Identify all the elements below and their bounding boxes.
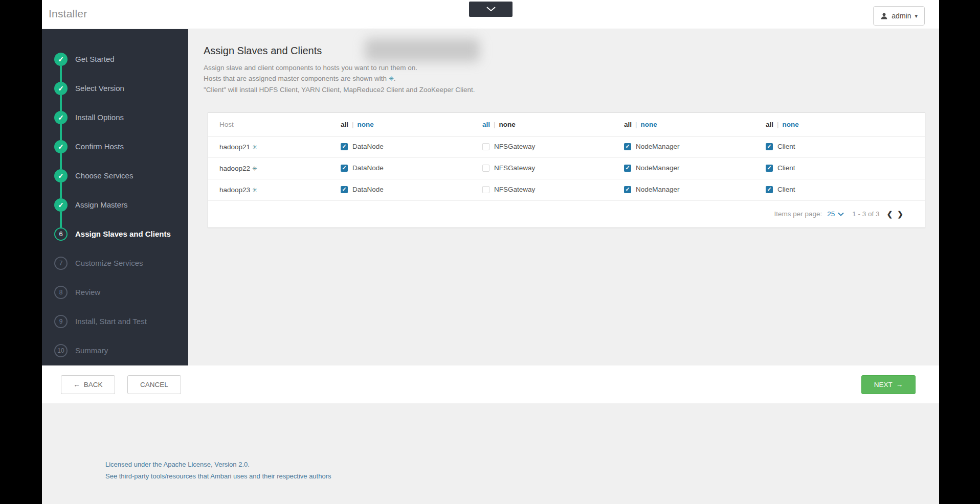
sidebar-step-get-started[interactable]: ✓ Get Started: [42, 44, 188, 74]
datanode-none-link[interactable]: none: [358, 121, 374, 128]
nodemanager-checkbox[interactable]: [624, 186, 631, 193]
step-number: 7: [54, 257, 68, 270]
step-number: 10: [54, 344, 68, 357]
chevron-down-icon: [486, 5, 496, 14]
wizard-footer: ← BACK CANCEL NEXT →: [42, 365, 939, 403]
description-line-2: Hosts that are assigned master component…: [204, 73, 939, 84]
previous-page-icon[interactable]: ❮: [887, 210, 893, 218]
table-row: hadoop21 ✳ DataNode NFSGateway NodeManag…: [208, 136, 925, 157]
next-button[interactable]: NEXT →: [861, 375, 916, 394]
datanode-all-link[interactable]: all: [341, 121, 348, 128]
nfsgateway-all-none-toggle: all|none: [471, 113, 613, 136]
step-number: 9: [54, 315, 68, 328]
nfsgateway-none-link[interactable]: none: [499, 121, 516, 128]
chevron-down-icon: [838, 210, 844, 218]
step-check-icon: ✓: [54, 53, 68, 66]
nfsgateway-checkbox[interactable]: [482, 165, 489, 172]
client-all-link[interactable]: all: [766, 121, 773, 128]
items-per-page-label: Items per page:: [774, 210, 822, 218]
step-check-icon: ✓: [54, 198, 68, 212]
sidebar-step-assign-slaves-and-clients[interactable]: 6 Assign Slaves and Clients: [42, 219, 188, 248]
navbar-dropdown-button[interactable]: [469, 2, 513, 17]
sidebar-step-select-version[interactable]: ✓ Select Version: [42, 74, 188, 103]
cancel-button[interactable]: CANCEL: [127, 375, 181, 394]
client-all-none-toggle: all|none: [754, 113, 925, 136]
master-star-icon: ✳: [252, 144, 257, 151]
host-name: hadoop23: [219, 186, 250, 194]
sidebar-step-summary: 10 Summary: [42, 336, 188, 365]
table-row: hadoop22 ✳ DataNode NFSGateway NodeManag…: [208, 157, 925, 179]
next-arrow-icon: →: [896, 381, 903, 388]
step-check-icon: ✓: [54, 82, 68, 95]
user-menu-button[interactable]: admin ▾: [873, 6, 925, 26]
host-name: hadoop21: [219, 143, 250, 151]
sidebar-step-install-start-and-test: 9 Install, Start and Test: [42, 307, 188, 336]
nodemanager-none-link[interactable]: none: [641, 121, 657, 128]
datanode-checkbox[interactable]: [341, 165, 348, 172]
top-navbar: Installer admin ▾: [42, 0, 939, 29]
sidebar-step-choose-services[interactable]: ✓ Choose Services: [42, 161, 188, 190]
datanode-all-none-toggle: all|none: [329, 113, 471, 136]
description-line-1: Assign slave and client components to ho…: [204, 62, 939, 73]
apache-license-link[interactable]: Licensed under the Apache License, Versi…: [105, 459, 939, 470]
description-line-3: "Client" will install HDFS Client, YARN …: [204, 84, 939, 95]
app-window: Installer admin ▾ ✓ Get Started ✓ Select…: [42, 0, 939, 504]
back-arrow-icon: ←: [73, 381, 80, 388]
nodemanager-checkbox[interactable]: [624, 143, 631, 150]
step-number: 6: [54, 227, 68, 241]
items-per-page-select[interactable]: 25: [827, 210, 844, 218]
next-page-icon[interactable]: ❯: [897, 210, 903, 218]
table-pagination: Items per page: 25 1 - 3 of 3 ❮ ❯: [208, 201, 925, 227]
client-checkbox[interactable]: [766, 165, 773, 172]
hosts-table-card: Host all|none all|none all|none all|none…: [208, 112, 925, 228]
sidebar-step-customize-services: 7 Customize Services: [42, 248, 188, 278]
nodemanager-checkbox[interactable]: [624, 165, 631, 172]
nodemanager-all-link[interactable]: all: [624, 121, 632, 128]
sidebar-step-review: 8 Review: [42, 278, 188, 307]
main-content: Assign Slaves and Clients Assign slave a…: [188, 29, 939, 365]
slaves-clients-table: Host all|none all|none all|none all|none…: [208, 113, 925, 201]
table-row: hadoop23 ✳ DataNode NFSGateway NodeManag…: [208, 179, 925, 200]
master-star-icon: ✳: [389, 75, 394, 82]
nfsgateway-all-link[interactable]: all: [482, 121, 490, 128]
nfsgateway-checkbox[interactable]: [482, 186, 489, 193]
pagination-range: 1 - 3 of 3: [852, 210, 879, 218]
master-star-icon: ✳: [252, 165, 257, 172]
app-title: Installer: [49, 8, 87, 20]
step-number: 8: [54, 286, 68, 299]
step-check-icon: ✓: [54, 169, 68, 182]
back-button[interactable]: ← BACK: [61, 375, 115, 394]
sidebar-step-confirm-hosts[interactable]: ✓ Confirm Hosts: [42, 132, 188, 161]
nfsgateway-checkbox[interactable]: [482, 143, 489, 150]
third-party-link[interactable]: See third-party tools/resources that Amb…: [105, 470, 939, 482]
client-checkbox[interactable]: [766, 143, 773, 150]
user-name: admin: [892, 12, 911, 20]
host-column-header: Host: [208, 113, 329, 136]
page-description: Assign slave and client components to ho…: [204, 62, 939, 95]
user-icon: [880, 12, 888, 20]
page-title: Assign Slaves and Clients: [204, 45, 939, 57]
datanode-checkbox[interactable]: [341, 143, 348, 150]
page-footer: Licensed under the Apache License, Versi…: [42, 403, 939, 504]
step-check-icon: ✓: [54, 140, 68, 153]
nodemanager-all-none-toggle: all|none: [613, 113, 754, 136]
table-header-row: Host all|none all|none all|none all|none: [208, 113, 925, 136]
sidebar-step-assign-masters[interactable]: ✓ Assign Masters: [42, 190, 188, 219]
datanode-checkbox[interactable]: [341, 186, 348, 193]
caret-down-icon: ▾: [915, 13, 918, 19]
wizard-sidebar: ✓ Get Started ✓ Select Version ✓ Install…: [42, 29, 188, 365]
step-check-icon: ✓: [54, 111, 68, 124]
sidebar-step-install-options[interactable]: ✓ Install Options: [42, 103, 188, 132]
master-star-icon: ✳: [252, 187, 257, 194]
client-checkbox[interactable]: [766, 186, 773, 193]
client-none-link[interactable]: none: [783, 121, 799, 128]
host-name: hadoop22: [219, 165, 250, 172]
